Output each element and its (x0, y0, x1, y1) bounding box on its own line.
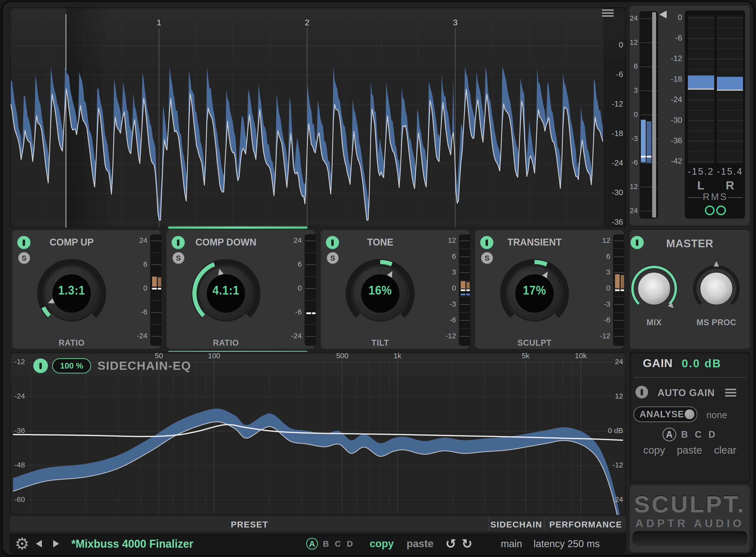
svg-text:-12: -12 (600, 332, 610, 340)
svg-text:-24: -24 (137, 332, 147, 340)
module-transient: S TRANSIENT 12630-3-6-12 17% SCULPT (475, 230, 624, 350)
sidechain-eq-amount[interactable]: 100 % (52, 358, 91, 374)
slot-d[interactable]: D (347, 539, 353, 549)
settings-gear-icon[interactable]: ⚙ (15, 534, 29, 554)
gain-divider (634, 377, 746, 378)
svg-text:6: 6 (606, 252, 610, 260)
svg-text:-12: -12 (613, 461, 623, 469)
svg-text:12: 12 (615, 392, 623, 400)
knob-value: 4.1:1 (194, 283, 258, 297)
svg-text:0 dB: 0 dB (608, 427, 623, 435)
param-label: SCULPT (492, 338, 577, 348)
svg-text:24: 24 (294, 236, 302, 244)
svg-text:R: R (726, 179, 734, 192)
waveform-display: 1230-6-12-18-24-30-36 (10, 7, 626, 228)
svg-text:-15.2: -15.2 (688, 166, 714, 177)
svg-text:0: 0 (297, 284, 302, 292)
slot-b[interactable]: B (323, 539, 329, 549)
svg-text:-36: -36 (612, 217, 623, 226)
logo-panel: SCULPT. ADPTR AUDIO (630, 486, 750, 553)
auto-gain-power-icon[interactable] (635, 386, 648, 399)
svg-text:12: 12 (448, 236, 456, 244)
svg-text:-6: -6 (449, 316, 456, 324)
plugin-window: 1230-6-12-18-24-30-36 S COMP UP 2460-6-2… (0, 0, 756, 557)
svg-text:0: 0 (606, 284, 610, 292)
prev-preset-button[interactable] (36, 534, 42, 554)
svg-text:3: 3 (452, 268, 456, 276)
view-selector[interactable]: main (501, 534, 522, 554)
svg-text:-24: -24 (630, 206, 638, 214)
analyse-value[interactable]: none (703, 410, 730, 420)
waveform-chart: 1230-6-12-18-24-30-36 (10, 7, 626, 228)
svg-text:-48: -48 (14, 461, 25, 469)
next-preset-button[interactable] (53, 534, 59, 554)
svg-text:L: L (697, 179, 704, 192)
svg-text:12: 12 (602, 236, 610, 244)
svg-text:-12: -12 (630, 182, 638, 190)
analyse-toggle-knob[interactable] (685, 409, 695, 419)
performance-button[interactable]: PERFORMANCE (549, 517, 622, 532)
auto-gain-label[interactable]: AUTO GAIN (654, 387, 718, 398)
sidechain-eq-title: SIDECHAIN-EQ (97, 359, 191, 373)
svg-text:0: 0 (619, 40, 623, 49)
redo-icon[interactable]: ↻ (462, 534, 472, 554)
gain-panel: GAIN 0.0 dB AUTO GAIN ANALYSE none ABCD … (630, 352, 750, 483)
preset-button[interactable]: PRESET (231, 517, 268, 532)
svg-text:-3: -3 (631, 134, 638, 142)
svg-text:100: 100 (208, 352, 220, 360)
sidechain-eq-display: 501005001k5k10k-12-24-36-48-6024120 dB-1… (10, 352, 626, 515)
brand-logo: ADPTR AUDIO (630, 517, 750, 530)
slot-c[interactable]: C (335, 539, 341, 549)
svg-text:-60: -60 (14, 495, 25, 503)
gain-value[interactable]: 0.0 dB (682, 357, 722, 370)
logo-groove (633, 531, 747, 546)
gain-slot-a[interactable]: A (663, 428, 676, 441)
master-knobs[interactable] (630, 230, 750, 350)
paste-button[interactable]: paste (407, 534, 434, 554)
svg-text:-12: -12 (612, 99, 623, 108)
ab-slot-switcher: ABCD (304, 534, 356, 554)
copy-button[interactable]: copy (643, 444, 665, 456)
svg-text:24: 24 (139, 236, 147, 244)
clear-button[interactable]: clear (714, 444, 736, 456)
param-label: RATIO (184, 338, 268, 348)
svg-text:-42: -42 (671, 156, 682, 165)
svg-text:RMS: RMS (703, 192, 728, 202)
knob-value: 17% (503, 283, 566, 297)
undo-icon[interactable]: ↺ (445, 534, 456, 554)
svg-text:1: 1 (157, 18, 162, 27)
svg-text:1k: 1k (394, 352, 402, 360)
module-comp-up: S COMP UP 2460-6-24 1.3:1 RATIO (12, 230, 161, 350)
footer-divider (489, 518, 489, 531)
sidechain-eq-power-icon[interactable] (33, 358, 48, 373)
svg-text:-36: -36 (14, 427, 25, 435)
slot-a[interactable]: A (306, 538, 318, 550)
svg-text:5k: 5k (522, 352, 530, 360)
analyse-toggle[interactable]: ANALYSE (634, 406, 697, 422)
svg-text:-18: -18 (671, 75, 682, 83)
svg-text:-6: -6 (631, 158, 638, 166)
gain-slot-c[interactable]: C (695, 429, 701, 440)
svg-text:-6: -6 (604, 316, 610, 324)
waveform-menu-icon[interactable] (602, 9, 614, 17)
auto-gain-menu-icon[interactable] (725, 389, 736, 397)
svg-text:3: 3 (634, 86, 638, 94)
svg-text:10k: 10k (575, 352, 587, 360)
mix-label: MIX (631, 317, 677, 327)
svg-text:-6: -6 (141, 308, 147, 316)
svg-text:-24: -24 (14, 392, 25, 400)
param-label: TILT (338, 338, 422, 348)
svg-text:-3: -3 (449, 300, 456, 308)
gain-slot-d[interactable]: D (708, 429, 715, 440)
copy-button[interactable]: copy (370, 534, 394, 554)
ms-proc-label: MS PROC (693, 317, 740, 327)
svg-text:-36: -36 (671, 136, 682, 145)
gain-slot-b[interactable]: B (681, 429, 688, 440)
sidechain-button[interactable]: SIDECHAIN (491, 517, 543, 532)
paste-button[interactable]: paste (677, 444, 702, 456)
svg-text:24: 24 (630, 14, 638, 22)
knob-value: 16% (348, 283, 412, 297)
svg-text:-3: -3 (604, 300, 610, 308)
svg-text:-18: -18 (612, 129, 623, 138)
preset-name[interactable]: *Mixbuss 4000 Finalizer (71, 534, 198, 554)
